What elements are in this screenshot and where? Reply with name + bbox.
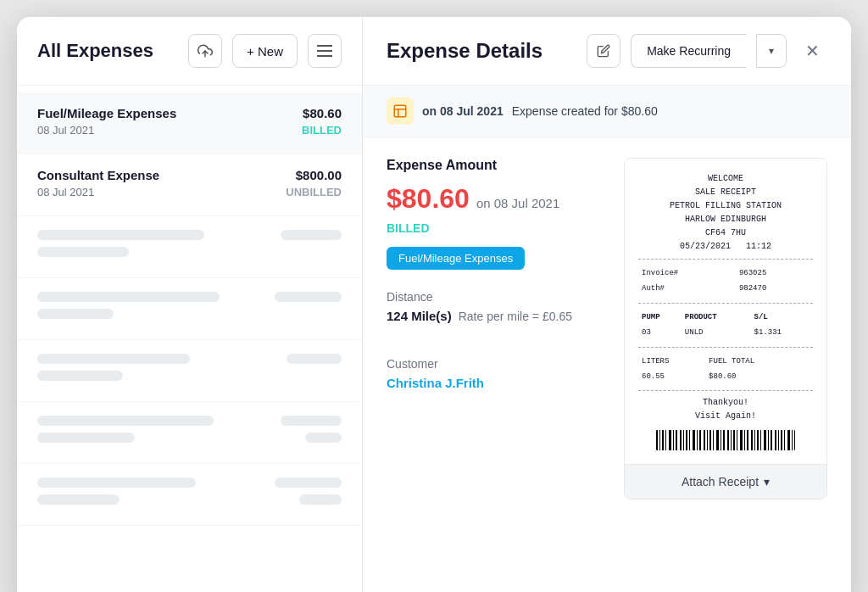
category-badge[interactable]: Fuel/Mileage Expenses (387, 247, 525, 270)
receipt-line-3: PETROL FILLING STATION (638, 199, 813, 213)
activity-date: on 08 Jul 2021 (422, 104, 504, 118)
receipt-thanks: Thankyou! (638, 396, 813, 410)
right-header: Expense Details Make Recurring ▾ ✕ (363, 17, 851, 86)
receipt-items-table: PUMP PRODUCT S/L 03 UNLD $1.331 (638, 309, 813, 342)
new-button-label: + New (247, 44, 283, 59)
distance-label: Distance (387, 290, 600, 304)
skeleton-item-2 (17, 278, 362, 340)
expense-details-title: Expense Details (387, 39, 576, 63)
receipt-line-1: WELCOME (638, 172, 813, 186)
edit-button[interactable] (587, 34, 620, 68)
new-button[interactable]: + New (232, 34, 298, 68)
svg-rect-4 (394, 105, 406, 117)
expense-billed-status: BILLED (387, 221, 600, 235)
expense-amount-1: $80.60 (303, 106, 342, 120)
close-button[interactable]: ✕ (797, 36, 827, 66)
receipt-line-4: HARLOW EDINBURGH (638, 213, 813, 226)
detail-left: Expense Amount $80.60 on 08 Jul 2021 BIL… (387, 158, 600, 589)
expense-name-2: Consultant Expense (37, 168, 159, 182)
receipt-invoice-table: Invoice# 963025 Auth# 982470 (638, 265, 813, 298)
activity-icon (387, 98, 414, 125)
expense-status-1: BILLED (302, 124, 342, 137)
expense-name-1: Fuel/Mileage Expenses (37, 106, 176, 120)
receipt-visit: Visit Again! (638, 410, 813, 423)
auth-label: Auth# (640, 282, 736, 295)
attach-receipt-button[interactable]: Attach Receipt ▾ (625, 464, 826, 499)
receipt-totals-table: LITERS FUEL TOTAL 60.55 $80.60 (638, 353, 813, 386)
skeleton-item-4 (17, 402, 362, 464)
make-recurring-dropdown-button[interactable]: ▾ (756, 34, 787, 68)
upload-button[interactable] (188, 34, 222, 68)
invoice-label: Invoice# (640, 266, 736, 280)
expense-item-2[interactable]: Consultant Expense $800.00 08 Jul 2021 U… (17, 154, 362, 216)
receipt-container: WELCOME SALE RECEIPT PETROL FILLING STAT… (624, 158, 827, 500)
customer-section: Customer Christina J.Frith (387, 357, 600, 391)
distance-rate: Rate per mile = £0.65 (459, 310, 572, 323)
left-header: All Expenses + New (17, 17, 362, 86)
receipt-paper: WELCOME SALE RECEIPT PETROL FILLING STAT… (625, 159, 826, 464)
skeleton-item-5 (17, 464, 362, 526)
expense-date-1: 08 Jul 2021 (37, 124, 94, 137)
expense-list: Fuel/Mileage Expenses $80.60 08 Jul 2021… (17, 86, 362, 592)
attach-receipt-label: Attach Receipt (682, 475, 759, 489)
skeleton-item-1 (17, 216, 362, 278)
dropdown-chevron-icon: ▾ (769, 45, 774, 57)
activity-banner: on 08 Jul 2021 Expense created for $80.6… (363, 86, 851, 137)
auth-val: 982470 (737, 282, 811, 295)
expense-amount-value: $80.60 (387, 183, 470, 215)
invoice-val: 963025 (737, 266, 811, 280)
expense-amount-2: $800.00 (296, 168, 342, 182)
distance-value: 124 Mile(s) (387, 309, 452, 323)
customer-label: Customer (387, 357, 600, 371)
attach-receipt-chevron-icon: ▾ (764, 475, 770, 489)
menu-button[interactable] (308, 34, 342, 68)
customer-link[interactable]: Christina J.Frith (387, 376, 484, 390)
detail-right: WELCOME SALE RECEIPT PETROL FILLING STAT… (624, 158, 827, 589)
expense-date-2: 08 Jul 2021 (37, 186, 94, 198)
expense-item-1[interactable]: Fuel/Mileage Expenses $80.60 08 Jul 2021… (17, 92, 362, 154)
expense-amount-label: Expense Amount (387, 158, 600, 173)
close-icon: ✕ (805, 41, 820, 61)
right-panel: Expense Details Make Recurring ▾ ✕ (363, 17, 851, 592)
expense-amount-date: on 08 Jul 2021 (476, 196, 559, 210)
detail-content: Expense Amount $80.60 on 08 Jul 2021 BIL… (363, 137, 851, 592)
skeleton-item-3 (17, 340, 362, 402)
receipt-datetime: 05/23/2021 11:12 (638, 240, 813, 254)
activity-text: Expense created for $80.60 (512, 104, 658, 118)
all-expenses-title: All Expenses (37, 40, 178, 62)
left-panel: All Expenses + New (17, 17, 363, 592)
make-recurring-button[interactable]: Make Recurring (631, 34, 746, 68)
receipt-line-2: SALE RECEIPT (638, 186, 813, 199)
barcode-image (656, 430, 796, 450)
expense-status-2: UNBILLED (286, 186, 342, 198)
receipt-line-5: CF64 7HU (638, 226, 813, 240)
